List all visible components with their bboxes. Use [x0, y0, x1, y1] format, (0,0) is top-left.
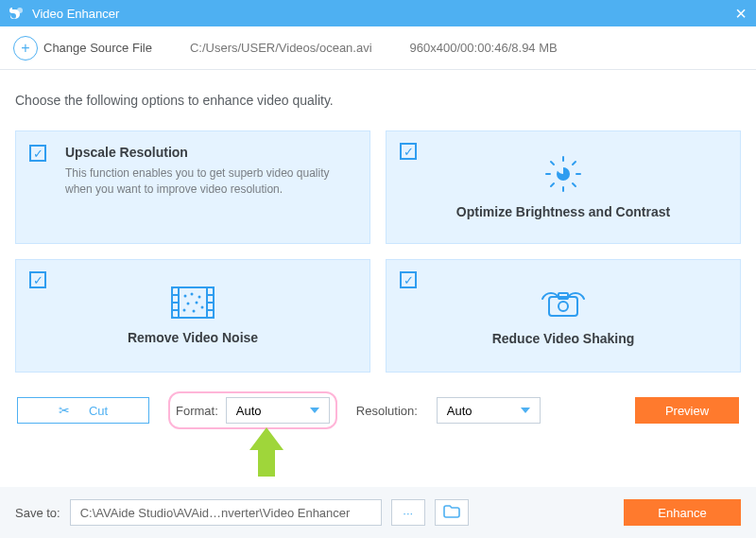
open-folder-button[interactable]	[435, 499, 469, 526]
source-info: 960x400/00:00:46/8.94 MB	[410, 41, 558, 55]
more-button[interactable]: ···	[391, 499, 425, 526]
card-remove-noise[interactable]: ✓	[15, 259, 370, 373]
svg-line-9	[573, 162, 576, 165]
save-path-text: C:\AVAide Studio\AVAid…nverter\Video Enh…	[80, 506, 351, 520]
svg-point-21	[198, 296, 201, 299]
camera-icon	[540, 286, 587, 323]
brightness-icon	[544, 155, 582, 197]
card-reduce-shaking[interactable]: ✓ Reduce Video Shaking	[386, 259, 741, 373]
svg-point-29	[558, 302, 568, 311]
controls-row: ✂ Cut Format: Auto Resolution: Auto Prev…	[15, 391, 741, 429]
cut-label: Cut	[89, 404, 108, 418]
resolution-label: Resolution:	[356, 404, 418, 418]
checkbox-icon[interactable]: ✓	[400, 143, 417, 160]
card-title: Upscale Resolution	[65, 145, 352, 160]
resolution-select[interactable]: Auto	[437, 397, 541, 424]
arrow-head-icon	[249, 427, 284, 450]
preview-label: Preview	[665, 404, 709, 418]
card-optimize-brightness[interactable]: ✓ Optimize Bri	[386, 130, 741, 244]
source-path: C:/Users/USER/Videos/ocean.avi	[190, 41, 372, 55]
card-upscale-resolution[interactable]: ✓ Upscale Resolution This function enabl…	[15, 130, 370, 244]
format-highlight: Format: Auto	[168, 391, 337, 429]
resolution-value: Auto	[447, 404, 472, 418]
svg-point-24	[201, 306, 204, 309]
app-title: Video Enhancer	[32, 7, 119, 21]
chevron-down-icon	[521, 408, 530, 413]
app-icon	[9, 6, 25, 21]
save-path-field[interactable]: C:\AVAide Studio\AVAid…nverter\Video Enh…	[70, 499, 382, 526]
card-description: This function enables you to get superb …	[65, 165, 352, 198]
bottom-bar: Save to: C:\AVAide Studio\AVAid…nverter\…	[0, 487, 756, 538]
more-icon: ···	[403, 506, 413, 520]
svg-point-20	[191, 293, 194, 296]
svg-line-8	[551, 183, 554, 186]
close-icon[interactable]: ×	[735, 4, 747, 23]
checkbox-icon[interactable]: ✓	[29, 271, 46, 288]
change-source-label: Change Source File	[43, 41, 152, 55]
cut-button[interactable]: ✂ Cut	[17, 397, 149, 424]
enhance-label: Enhance	[658, 506, 706, 520]
checkbox-icon[interactable]: ✓	[400, 271, 417, 288]
svg-point-22	[187, 303, 190, 305]
arrow-stem	[258, 450, 275, 477]
svg-point-19	[184, 295, 187, 298]
svg-line-6	[551, 162, 554, 165]
folder-icon	[443, 505, 460, 521]
svg-point-25	[183, 309, 186, 312]
main-content: Choose the following options to enhance …	[0, 70, 756, 429]
svg-point-0	[17, 8, 23, 13]
scissors-icon: ✂	[59, 403, 70, 418]
source-bar: + Change Source File C:/Users/USER/Video…	[0, 26, 756, 70]
format-value: Auto	[236, 404, 262, 418]
film-icon	[171, 286, 215, 322]
plus-icon: +	[13, 36, 38, 61]
format-label: Format:	[176, 404, 218, 418]
svg-point-23	[196, 302, 198, 304]
titlebar: Video Enhancer ×	[0, 0, 756, 26]
card-title: Remove Video Noise	[128, 330, 258, 345]
save-to-label: Save to:	[15, 506, 60, 520]
arrow-annotation	[249, 427, 284, 477]
svg-point-26	[193, 310, 196, 313]
checkbox-icon[interactable]: ✓	[29, 145, 46, 162]
change-source-file[interactable]: + Change Source File	[13, 36, 152, 61]
enhance-cards: ✓ Upscale Resolution This function enabl…	[15, 130, 741, 373]
card-title: Optimize Brightness and Contrast	[456, 204, 670, 219]
svg-line-7	[573, 183, 576, 186]
enhance-button[interactable]: Enhance	[624, 499, 741, 526]
intro-text: Choose the following options to enhance …	[15, 93, 741, 108]
chevron-down-icon	[310, 408, 319, 413]
format-select[interactable]: Auto	[226, 397, 330, 424]
preview-button[interactable]: Preview	[635, 397, 739, 424]
card-title: Reduce Video Shaking	[492, 331, 635, 346]
